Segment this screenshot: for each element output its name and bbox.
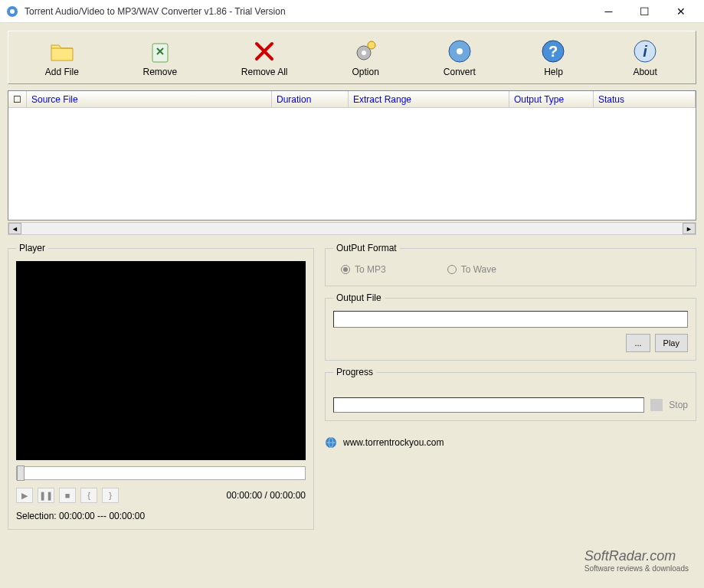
svg-text:?: ? <box>548 43 558 60</box>
list-header: ☐ Source File Duration Extract Range Out… <box>8 91 696 108</box>
maximize-button[interactable]: ☐ <box>627 1 662 22</box>
col-output-type[interactable]: Output Type <box>509 91 594 107</box>
output-file-panel: Output File ... Play <box>325 292 696 361</box>
app-icon <box>6 5 18 18</box>
svg-point-7 <box>457 48 463 54</box>
list-scrollbar[interactable]: ◄ ► <box>8 222 696 235</box>
stop-icon <box>650 399 663 411</box>
svg-point-4 <box>362 51 366 55</box>
titlebar: Torrent Audio/Video to MP3/WAV Converter… <box>0 0 704 23</box>
window-title: Torrent Audio/Video to MP3/WAV Converter… <box>25 6 591 17</box>
select-all-checkbox[interactable]: ☐ <box>8 91 27 107</box>
remove-button[interactable]: Remove <box>135 36 185 79</box>
output-path-field[interactable] <box>333 311 688 328</box>
play-output-button[interactable]: Play <box>655 334 688 352</box>
player-panel: Player ▶ ❚❚ ■ { } 00:00:00 / 00:00:00 Se… <box>8 243 314 530</box>
radio-icon <box>341 265 350 274</box>
stop-playback-button[interactable]: ■ <box>59 488 76 503</box>
time-display: 00:00:00 / 00:00:00 <box>227 490 306 501</box>
close-button[interactable]: ✕ <box>663 1 698 22</box>
gear-icon <box>352 38 379 65</box>
svg-text:i: i <box>643 43 647 60</box>
col-source-file[interactable]: Source File <box>27 91 272 107</box>
watermark: SoftRadar.com Software reviews & downloa… <box>584 548 689 573</box>
file-list[interactable]: ☐ Source File Duration Extract Range Out… <box>8 90 696 220</box>
svg-point-1 <box>10 9 15 14</box>
browse-button[interactable]: ... <box>626 334 650 352</box>
video-preview <box>16 261 306 460</box>
scroll-left-icon[interactable]: ◄ <box>8 223 21 234</box>
to-mp3-radio[interactable]: To MP3 <box>341 264 386 275</box>
remove-all-button[interactable]: Remove All <box>234 36 296 79</box>
slider-thumb[interactable] <box>17 466 25 481</box>
convert-button[interactable]: Convert <box>436 36 483 79</box>
add-file-button[interactable]: Add File <box>38 36 87 79</box>
output-format-legend: OutPut Format <box>333 243 400 253</box>
selection-display: Selection: 00:00:00 --- 00:00:00 <box>16 511 306 521</box>
website-link[interactable]: www.torrentrockyou.com <box>343 437 444 448</box>
main-toolbar: Add File Remove Remove All Option Conver… <box>8 31 696 84</box>
svg-rect-2 <box>152 44 168 62</box>
mark-out-button[interactable]: } <box>102 488 119 503</box>
about-button[interactable]: i About <box>624 36 666 79</box>
pause-button[interactable]: ❚❚ <box>38 488 54 503</box>
player-legend: Player <box>16 243 48 253</box>
stop-button[interactable]: Stop <box>669 400 688 410</box>
progress-bar <box>333 397 644 413</box>
minimize-button[interactable]: ─ <box>591 1 626 22</box>
play-button[interactable]: ▶ <box>16 488 33 503</box>
x-icon <box>250 38 278 65</box>
col-status[interactable]: Status <box>594 91 696 107</box>
option-button[interactable]: Option <box>344 36 387 79</box>
recycle-icon <box>146 38 174 65</box>
info-icon: i <box>631 38 659 65</box>
col-extract-range[interactable]: Extract Range <box>349 91 509 107</box>
help-button[interactable]: ? Help <box>532 36 575 79</box>
svg-point-5 <box>368 41 375 49</box>
radio-icon <box>447 265 457 274</box>
col-duration[interactable]: Duration <box>272 91 349 107</box>
folder-icon <box>48 38 76 65</box>
disc-icon <box>446 38 473 65</box>
help-icon: ? <box>539 38 567 65</box>
mark-in-button[interactable]: { <box>80 488 97 503</box>
seek-slider[interactable] <box>16 466 306 480</box>
progress-legend: Progress <box>333 367 376 377</box>
globe-icon <box>325 436 337 449</box>
to-wave-radio[interactable]: To Wave <box>447 264 496 275</box>
footer: www.torrentrockyou.com <box>325 436 696 449</box>
output-format-panel: OutPut Format To MP3 To Wave <box>325 243 696 286</box>
scroll-right-icon[interactable]: ► <box>683 223 696 234</box>
progress-panel: Progress Stop <box>325 367 696 421</box>
output-file-legend: Output File <box>333 292 385 303</box>
